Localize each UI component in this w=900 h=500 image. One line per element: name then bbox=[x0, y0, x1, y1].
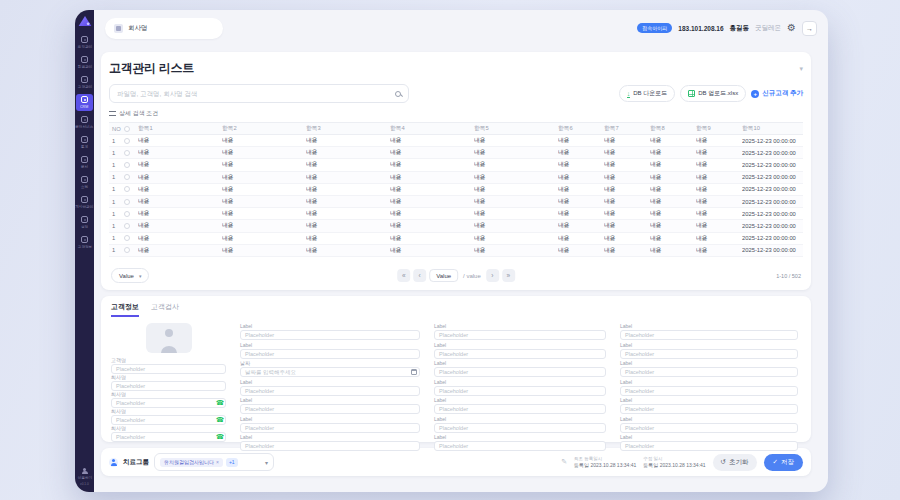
sidebar-item-label: 문자서비스 bbox=[76, 125, 94, 129]
row-checkbox[interactable] bbox=[124, 199, 130, 205]
form-field: Label Placeholder bbox=[240, 416, 420, 433]
logout-icon[interactable]: → bbox=[802, 21, 817, 36]
text-field[interactable]: Placeholder bbox=[620, 423, 798, 433]
text-field[interactable]: Placeholder bbox=[434, 386, 606, 396]
sidebar-item[interactable]: 회원관리 bbox=[76, 54, 93, 71]
db-upload-button[interactable]: DB 업로드.xlsx bbox=[680, 85, 746, 102]
form-field: Label Placeholder bbox=[620, 323, 798, 340]
text-field[interactable]: Placeholder bbox=[434, 404, 606, 414]
excel-icon bbox=[688, 90, 695, 97]
text-field[interactable]: Placeholder bbox=[620, 386, 798, 396]
table-row[interactable]: 1 내용 내용 내용 내용 내용 내용 내용 내용 내용 2025-12-23 … bbox=[109, 135, 803, 147]
table-row[interactable]: 1 내용 내용 내용 내용 내용 내용 내용 내용 내용 2025-12-23 … bbox=[109, 159, 803, 171]
check-icon: ✓ bbox=[773, 458, 778, 466]
text-field[interactable]: Placeholder bbox=[434, 330, 606, 340]
sidebar-item[interactable]: 문서 bbox=[76, 154, 93, 171]
treatment-group-select[interactable]: 유치원걸임검사입니다 × +1 ▾ bbox=[154, 453, 274, 471]
detail-tab[interactable]: 고객정보 bbox=[111, 302, 139, 317]
sidebar-item[interactable]: 통계 bbox=[76, 134, 93, 151]
row-checkbox[interactable] bbox=[124, 186, 130, 192]
text-field[interactable]: Placeholder bbox=[111, 398, 226, 408]
advanced-filter-toggle[interactable]: 상세 검색 조건 bbox=[109, 109, 803, 118]
tag-close-icon[interactable]: × bbox=[216, 459, 219, 465]
sidebar-item[interactable]: 조직관리 bbox=[76, 34, 93, 51]
sidebar-login-label: 이용하기 bbox=[77, 476, 91, 480]
search-box[interactable] bbox=[109, 84, 409, 103]
text-field[interactable]: Placeholder bbox=[111, 364, 226, 374]
row-checkbox[interactable] bbox=[124, 174, 130, 180]
table-row[interactable]: 1 내용 내용 내용 내용 내용 내용 내용 내용 내용 2025-12-23 … bbox=[109, 172, 803, 184]
text-field[interactable]: Placeholder bbox=[111, 415, 226, 425]
reset-button[interactable]: ↺ 초기화 bbox=[713, 454, 757, 471]
table-row[interactable]: 1 내용 내용 내용 내용 내용 내용 내용 내용 내용 2025-12-23 … bbox=[109, 196, 803, 208]
text-field[interactable]: Placeholder bbox=[620, 441, 798, 451]
prev-page-button[interactable]: ‹ bbox=[413, 269, 426, 282]
next-page-button[interactable]: › bbox=[486, 269, 499, 282]
table-row[interactable]: 1 내용 내용 내용 내용 내용 내용 내용 내용 내용 2025-12-23 … bbox=[109, 208, 803, 220]
sidebar-item[interactable]: 고객정보 bbox=[76, 234, 93, 251]
table-row[interactable]: 1 내용 내용 내용 내용 내용 내용 내용 내용 내용 2025-12-23 … bbox=[109, 245, 803, 257]
window-tab[interactable]: 회사명 bbox=[105, 18, 223, 39]
text-field[interactable]: Placeholder bbox=[434, 441, 606, 451]
row-checkbox[interactable] bbox=[124, 162, 130, 168]
first-page-button[interactable]: « bbox=[397, 269, 410, 282]
calendar-icon[interactable] bbox=[411, 369, 417, 375]
text-field[interactable]: 날짜를 입력해주세요 bbox=[240, 367, 420, 377]
text-field[interactable]: Placeholder bbox=[111, 381, 226, 391]
row-checkbox[interactable] bbox=[124, 247, 130, 253]
select-all-checkbox[interactable] bbox=[124, 126, 130, 132]
page-size-select[interactable]: Value ▾ bbox=[111, 268, 149, 283]
sidebar-footer[interactable]: 이용하기 v0.1.0 bbox=[76, 468, 94, 488]
phone-icon[interactable]: ☎ bbox=[216, 400, 224, 407]
sidebar-item[interactable]: 문자서비스 bbox=[76, 114, 93, 131]
row-checkbox[interactable] bbox=[124, 223, 130, 229]
refresh-icon: ↺ bbox=[721, 458, 726, 466]
table-row[interactable]: 1 내용 내용 내용 내용 내용 내용 내용 내용 내용 2025-12-23 … bbox=[109, 147, 803, 159]
row-checkbox[interactable] bbox=[124, 150, 130, 156]
text-field[interactable]: Placeholder bbox=[434, 349, 606, 359]
text-field[interactable]: Placeholder bbox=[111, 432, 226, 442]
row-checkbox[interactable] bbox=[124, 211, 130, 217]
collapse-chevron-icon[interactable]: ▾ bbox=[799, 65, 803, 73]
table-row[interactable]: 1 내용 내용 내용 내용 내용 내용 내용 내용 내용 2025-12-23 … bbox=[109, 184, 803, 196]
table-row[interactable]: 1 내용 내용 내용 내용 내용 내용 내용 내용 내용 2025-12-23 … bbox=[109, 233, 803, 245]
text-field[interactable]: Placeholder bbox=[240, 441, 420, 451]
menu-icon bbox=[81, 196, 88, 203]
text-field[interactable]: Placeholder bbox=[620, 367, 798, 377]
save-button[interactable]: ✓ 저장 bbox=[764, 454, 803, 471]
row-checkbox[interactable] bbox=[124, 138, 130, 144]
table-row[interactable]: 1 내용 내용 내용 내용 내용 내용 내용 내용 내용 2025-12-23 … bbox=[109, 220, 803, 232]
form-field: Label Placeholder bbox=[434, 416, 606, 433]
text-field[interactable]: Placeholder bbox=[434, 423, 606, 433]
row-date: 2025-12-23 00:00:00 bbox=[742, 223, 803, 229]
org-name: 굿딜레몬 bbox=[755, 24, 781, 33]
search-icon[interactable] bbox=[395, 91, 401, 97]
filter-icon bbox=[109, 111, 116, 116]
text-field[interactable]: Placeholder bbox=[240, 404, 420, 414]
text-field[interactable]: Placeholder bbox=[240, 349, 420, 359]
row-checkbox[interactable] bbox=[124, 235, 130, 241]
search-input[interactable] bbox=[117, 90, 395, 97]
text-field[interactable]: Placeholder bbox=[240, 330, 420, 340]
form-field: Label Placeholder bbox=[620, 342, 798, 359]
last-page-button[interactable]: » bbox=[502, 269, 515, 282]
page-input[interactable]: Value bbox=[429, 269, 458, 282]
text-field[interactable]: Placeholder bbox=[620, 349, 798, 359]
gear-icon[interactable]: ⚙ bbox=[787, 23, 796, 33]
text-field[interactable]: Placeholder bbox=[434, 367, 606, 377]
sidebar-item[interactable]: 고객관리 bbox=[76, 74, 93, 91]
db-download-button[interactable]: ↓ DB 다운로드 bbox=[619, 85, 676, 102]
phone-icon[interactable]: ☎ bbox=[216, 434, 224, 441]
sidebar-item[interactable]: 설정 bbox=[76, 214, 93, 231]
add-customer-button[interactable]: + 신규고객 추가 bbox=[751, 89, 803, 98]
text-field[interactable]: Placeholder bbox=[240, 423, 420, 433]
text-field[interactable]: Placeholder bbox=[240, 386, 420, 396]
text-field[interactable]: Placeholder bbox=[620, 404, 798, 414]
sidebar-item[interactable]: 쇼핑 bbox=[76, 174, 93, 191]
sidebar-item[interactable]: CRM bbox=[76, 94, 93, 111]
sidebar-item[interactable]: 게시판관리 bbox=[76, 194, 93, 211]
menu-icon bbox=[81, 156, 88, 163]
detail-tab[interactable]: 고객검사 bbox=[151, 302, 179, 317]
text-field[interactable]: Placeholder bbox=[620, 330, 798, 340]
phone-icon[interactable]: ☎ bbox=[216, 417, 224, 424]
